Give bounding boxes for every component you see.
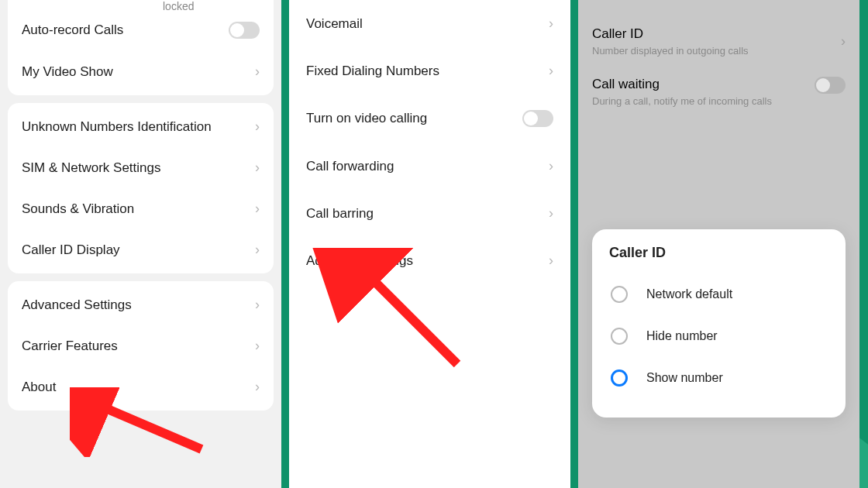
panel-additional-settings: ‹ Additional settings (Safaricom) Caller…	[578, 0, 859, 488]
call-forwarding-label: Call forwarding	[306, 159, 549, 174]
call-barring-label: Call barring	[306, 206, 549, 222]
option-hide-number[interactable]: Hide number	[609, 315, 828, 357]
sounds-vibration-row[interactable]: Sounds & Vibration ›	[8, 188, 274, 229]
about-row[interactable]: About ›	[8, 366, 274, 407]
auto-record-toggle[interactable]	[229, 22, 260, 39]
panel-carrier-features: Voicemail › Fixed Dialing Numbers › Turn…	[289, 0, 570, 488]
call-waiting-toggle[interactable]	[815, 77, 846, 94]
chevron-right-icon: ›	[255, 119, 260, 135]
chevron-right-icon: ›	[549, 205, 553, 222]
radio-icon	[611, 286, 628, 303]
call-barring-row[interactable]: Call barring ›	[289, 190, 570, 237]
advanced-settings-label: Advanced Settings	[22, 297, 255, 313]
call-forwarding-row[interactable]: Call forwarding ›	[289, 143, 570, 190]
radio-selected-icon	[611, 369, 628, 387]
caller-id-display-label: Caller ID Display	[22, 242, 255, 258]
chevron-right-icon: ›	[549, 15, 553, 32]
chevron-right-icon: ›	[549, 253, 553, 269]
sim-network-label: SIM & Network Settings	[22, 160, 255, 176]
option-show-number[interactable]: Show number	[609, 357, 828, 399]
radio-icon	[611, 328, 628, 345]
chevron-right-icon: ›	[255, 242, 260, 258]
chevron-right-icon: ›	[255, 64, 260, 80]
chevron-right-icon: ›	[255, 338, 260, 354]
carrier-list: Voicemail › Fixed Dialing Numbers › Turn…	[289, 0, 570, 488]
fixed-dialing-row[interactable]: Fixed Dialing Numbers ›	[289, 47, 570, 95]
card-group-3: Advanced Settings › Carrier Features › A…	[8, 281, 274, 411]
chevron-right-icon: ›	[255, 160, 260, 176]
voicemail-row[interactable]: Voicemail ›	[289, 0, 570, 47]
voicemail-label: Voicemail	[306, 16, 549, 32]
caller-id-dialog: Caller ID Network default Hide number Sh…	[592, 229, 846, 418]
carrier-features-label: Carrier Features	[22, 339, 255, 354]
chevron-right-icon: ›	[549, 63, 553, 79]
caller-id-row[interactable]: Caller ID Number displayed in outgoing c…	[578, 0, 859, 63]
call-waiting-title: Call waiting	[592, 77, 815, 92]
caller-id-sub: Number displayed in outgoing calls	[592, 45, 841, 57]
dialog-title: Caller ID	[609, 245, 828, 261]
chevron-right-icon: ›	[255, 379, 260, 395]
my-video-show-row[interactable]: My Video Show ›	[8, 51, 274, 92]
option-label: Show number	[646, 371, 723, 385]
caller-id-display-row[interactable]: Caller ID Display ›	[8, 229, 274, 270]
sounds-vibration-label: Sounds & Vibration	[22, 201, 255, 217]
chevron-right-icon: ›	[841, 33, 846, 50]
video-calling-row[interactable]: Turn on video calling	[289, 95, 570, 143]
option-label: Network default	[646, 287, 732, 301]
card-group-2: Unknown Numbers Identification › SIM & N…	[8, 103, 274, 273]
option-label: Hide number	[646, 329, 718, 343]
card-group-1: Auto-record Calls My Video Show ›	[8, 0, 274, 95]
call-waiting-sub: During a call, notify me of incoming cal…	[592, 95, 815, 107]
my-video-show-label: My Video Show	[22, 64, 255, 80]
chevron-right-icon: ›	[255, 201, 260, 217]
caller-id-title: Caller ID	[592, 26, 841, 42]
auto-record-label: Auto-record Calls	[22, 22, 229, 38]
additional-settings-row[interactable]: Additional settings ›	[289, 237, 570, 284]
video-calling-label: Turn on video calling	[306, 111, 522, 126]
chevron-right-icon: ›	[549, 158, 553, 174]
advanced-settings-row[interactable]: Advanced Settings ›	[8, 284, 274, 325]
additional-settings-label: Additional settings	[306, 253, 549, 269]
carrier-features-row[interactable]: Carrier Features ›	[8, 325, 274, 366]
unknown-numbers-label: Unknown Numbers Identification	[22, 119, 255, 135]
chevron-right-icon: ›	[255, 297, 260, 313]
fixed-dialing-label: Fixed Dialing Numbers	[306, 64, 549, 79]
option-network-default[interactable]: Network default	[609, 273, 828, 315]
video-calling-toggle[interactable]	[522, 110, 553, 127]
unknown-numbers-row[interactable]: Unknown Numbers Identification ›	[8, 106, 274, 147]
about-label: About	[22, 380, 255, 395]
panel-call-settings: locked Auto-record Calls My Video Show ›…	[0, 0, 281, 488]
call-waiting-row[interactable]: Call waiting During a call, notify me of…	[578, 63, 859, 113]
sim-network-row[interactable]: SIM & Network Settings ›	[8, 147, 274, 188]
